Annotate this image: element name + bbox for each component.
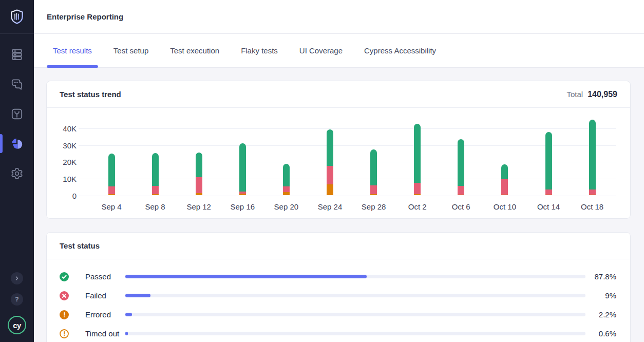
trend-bar-oct-14[interactable] xyxy=(545,132,552,196)
x-tick-label: Oct 6 xyxy=(452,202,470,211)
exclamation-circle-outline-icon xyxy=(60,329,69,338)
trend-bar-sep-4[interactable] xyxy=(108,154,115,196)
tab-label: Test setup xyxy=(113,46,148,55)
trend-card-header: Test status trend Total 140,959 xyxy=(47,81,630,108)
tab-label: Cypress Accessibility xyxy=(364,46,436,55)
bar-segment-passed xyxy=(458,139,464,186)
branch-box-icon xyxy=(10,107,24,121)
trend-bar-sep-20[interactable] xyxy=(283,164,290,195)
bar-segment-passed xyxy=(152,153,159,186)
tab-cypress-accessibility[interactable]: Cypress Accessibility xyxy=(358,34,442,67)
bar-segment-failed xyxy=(370,185,377,194)
check-circle-icon xyxy=(60,272,69,281)
bar-segment-passed xyxy=(501,164,508,179)
trend-bar-sep-8[interactable] xyxy=(152,153,159,195)
bar-segment-passed xyxy=(196,153,202,177)
x-tick-label: Sep 4 xyxy=(101,202,121,211)
status-card-header: Test status xyxy=(47,233,630,259)
status-progress-track xyxy=(125,313,585,316)
trend-bar-oct-18[interactable] xyxy=(589,120,596,195)
status-percent: 87.8% xyxy=(585,272,616,281)
tab-label: Flaky tests xyxy=(241,46,278,55)
trend-bar-sep-12[interactable] xyxy=(196,153,202,195)
tab-ui-coverage[interactable]: UI Coverage xyxy=(293,34,349,67)
cypress-logo[interactable]: cy xyxy=(8,316,26,334)
main-area: Enterprise Reporting Test resultsTest se… xyxy=(34,0,644,342)
bar-segment-passed xyxy=(239,143,246,192)
page-title: Enterprise Reporting xyxy=(47,12,123,21)
status-row-timed-out: Timed out0.6% xyxy=(60,324,616,342)
status-row-failed: Failed9% xyxy=(60,286,616,305)
bar-segment-errored xyxy=(196,193,202,196)
y-tick-label: 20K xyxy=(47,158,77,166)
x-tick-label: Oct 14 xyxy=(537,202,560,211)
sidebar-item-analytics[interactable] xyxy=(0,137,34,150)
tab-test-execution[interactable]: Test execution xyxy=(164,34,225,67)
gridline xyxy=(79,162,616,162)
status-label: Timed out xyxy=(85,329,125,338)
app-logo[interactable] xyxy=(0,0,34,34)
trend-card-title: Test status trend xyxy=(60,90,121,99)
tab-label: Test results xyxy=(53,46,92,55)
bar-segment-passed xyxy=(327,129,333,166)
expand-sidebar-button[interactable] xyxy=(11,272,23,284)
trend-bar-oct-2[interactable] xyxy=(414,124,421,196)
bar-segment-passed xyxy=(414,124,421,183)
tabs: Test resultsTest setupTest executionFlak… xyxy=(34,34,644,68)
x-tick-label: Oct 2 xyxy=(408,202,427,211)
status-progress-track xyxy=(125,294,585,297)
test-status-trend-card: Test status trend Total 140,959 010K20K3… xyxy=(46,81,631,219)
bar-segment-passed xyxy=(589,120,596,189)
trend-bar-sep-28[interactable] xyxy=(370,149,377,196)
bar-segment-errored xyxy=(108,194,115,196)
tab-test-results[interactable]: Test results xyxy=(47,34,98,67)
status-card-title: Test status xyxy=(60,241,100,250)
trend-bar-sep-24[interactable] xyxy=(327,129,333,196)
bar-segment-failed xyxy=(545,189,552,195)
help-button[interactable]: ? xyxy=(11,293,23,306)
sidebar-item-discussions[interactable] xyxy=(0,77,34,91)
status-percent: 9% xyxy=(585,291,616,300)
tab-test-setup[interactable]: Test setup xyxy=(107,34,155,67)
x-tick-label: Sep 16 xyxy=(231,202,255,211)
trend-bar-oct-6[interactable] xyxy=(458,139,464,196)
x-tick-label: Sep 12 xyxy=(186,202,211,211)
status-progress-fill xyxy=(125,294,150,297)
y-tick-label: 40K xyxy=(47,124,77,133)
trend-bar-oct-10[interactable] xyxy=(501,164,508,195)
sidebar-nav xyxy=(0,34,34,180)
test-status-card: Test status Passed87.8%Failed9%Errored2.… xyxy=(46,232,631,342)
y-tick-label: 30K xyxy=(47,141,77,149)
bar-segment-errored xyxy=(327,184,333,196)
bar-segment-errored xyxy=(239,194,246,196)
x-tick-label: Sep 28 xyxy=(362,202,386,211)
cypress-cy-text: cy xyxy=(13,321,21,330)
shield-logo-icon xyxy=(8,8,26,26)
bar-segment-failed xyxy=(327,166,333,184)
sidebar-item-runs[interactable] xyxy=(0,47,34,61)
question-icon: ? xyxy=(15,296,18,303)
bar-segment-passed xyxy=(108,154,115,186)
bar-segment-passed xyxy=(283,164,290,186)
trend-plot: 010K20K30K40KSep 4Sep 8Sep 12Sep 16Sep 2… xyxy=(47,108,630,218)
gridline xyxy=(79,128,616,129)
x-tick-label: Sep 24 xyxy=(318,202,343,211)
gridline xyxy=(79,179,616,179)
sidebar-footer: ? cy xyxy=(0,272,34,342)
bar-segment-passed xyxy=(545,132,552,189)
status-progress-fill xyxy=(125,332,128,335)
bar-segment-failed xyxy=(458,186,464,195)
status-label: Passed xyxy=(85,272,125,281)
bar-segment-passed xyxy=(370,149,377,185)
bar-segment-errored xyxy=(283,192,290,195)
status-percent: 2.2% xyxy=(585,310,616,319)
tab-flaky-tests[interactable]: Flaky tests xyxy=(235,34,284,67)
sidebar-item-branches[interactable] xyxy=(0,107,34,121)
bar-segment-failed xyxy=(108,186,115,194)
server-icon xyxy=(10,48,24,61)
sidebar-item-settings[interactable] xyxy=(0,166,34,180)
chat-icon xyxy=(10,78,24,91)
trend-bar-sep-16[interactable] xyxy=(239,143,246,196)
status-progress-fill xyxy=(125,313,132,316)
status-progress-track xyxy=(125,332,585,335)
